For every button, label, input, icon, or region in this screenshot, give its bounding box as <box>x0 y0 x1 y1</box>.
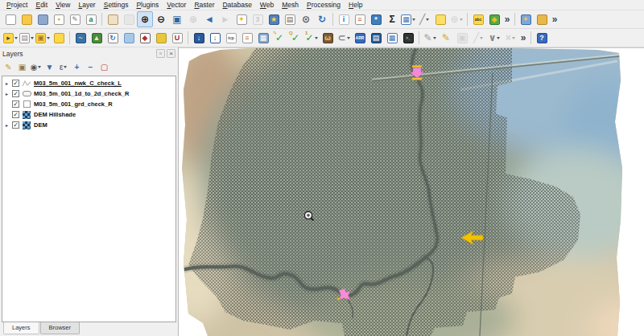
tcp-connection-icon[interactable]: tcp <box>223 30 239 46</box>
expand-arrow-icon[interactable]: ▸ <box>4 122 10 128</box>
import-file-icon[interactable]: ↓ <box>207 30 223 46</box>
console-plugin-icon[interactable]: >_ <box>400 30 416 46</box>
menu-processing[interactable]: Processing <box>303 0 345 10</box>
owl-plugin-icon[interactable]: ω <box>320 30 336 46</box>
layer-item-1[interactable]: ▸✓M03_5m_001_1d_to_2d_check_R <box>2 88 175 99</box>
expand-all-icon[interactable]: + <box>70 60 84 74</box>
select-features-icon[interactable]: ▸ <box>2 30 19 46</box>
new-project-icon[interactable] <box>2 11 19 27</box>
zoom-next-icon[interactable]: ► <box>217 11 233 27</box>
dock-tab-browser[interactable]: Browser <box>40 322 80 334</box>
menu-database[interactable]: Database <box>218 0 255 10</box>
new-3d-map-view-icon[interactable]: 3 <box>250 11 266 27</box>
layer-item-2[interactable]: ✓M03_5m_001_grd_check_R <box>2 99 175 109</box>
filter-expression-icon[interactable]: ε <box>56 60 70 74</box>
filter-legend-icon[interactable]: ▼ <box>43 60 56 74</box>
zoom-full-extent-icon[interactable]: ▣ <box>169 11 185 27</box>
menu-layer[interactable]: Layer <box>74 0 99 10</box>
menu-plugins[interactable]: Plugins <box>132 0 163 10</box>
collapse-all-icon[interactable]: − <box>84 60 97 74</box>
select-by-value-icon[interactable]: ▣ <box>35 30 51 46</box>
legend-add-icon[interactable]: ≡ <box>239 30 255 46</box>
manage-map-themes-icon[interactable]: ◉ <box>29 60 43 74</box>
deselect-features-icon[interactable] <box>51 30 67 46</box>
menu-help[interactable]: Help <box>345 0 366 10</box>
zoom-in-icon[interactable]: ⊕ <box>137 11 153 27</box>
toolbar-overflow-3[interactable]: » <box>518 30 528 46</box>
image-viewer-icon[interactable]: ▦ <box>255 30 271 46</box>
layer-checkbox[interactable]: ✓ <box>12 121 19 129</box>
check-q-icon[interactable]: ✓Q <box>287 30 303 46</box>
layer-checkbox[interactable]: ✓ <box>12 90 19 97</box>
layer-highlight-icon[interactable]: ◆ <box>486 11 502 27</box>
layer-item-0[interactable]: ▸✓M03_5m_001_nwk_C_check_L <box>2 78 175 88</box>
toggle-editing-icon[interactable]: ✎ <box>438 30 454 46</box>
vertex-tool-icon[interactable]: ∨ <box>486 30 502 46</box>
pan-map-icon[interactable] <box>105 11 121 27</box>
open-project-icon[interactable] <box>19 11 35 27</box>
save-edits-icon[interactable]: ▣ <box>454 30 470 46</box>
globe-plugin-icon[interactable]: ↻ <box>105 30 121 46</box>
field-calculator-icon[interactable]: ≡ <box>352 11 368 27</box>
refresh-map-icon[interactable]: ↻ <box>314 11 330 27</box>
measure-icon[interactable]: ╱ <box>416 11 432 27</box>
layer-checkbox[interactable]: ✓ <box>12 100 19 108</box>
zoom-last-icon[interactable]: ◄ <box>201 11 217 27</box>
show-layout-manager-icon[interactable]: ✎ <box>67 11 83 27</box>
map-plugin-icon[interactable] <box>121 30 137 46</box>
snapping-magnet-icon[interactable]: U <box>169 30 185 46</box>
attribute-table-icon[interactable]: ▦ <box>400 11 416 27</box>
dock-tab-layers[interactable]: Layers <box>3 322 39 334</box>
processing-gear-icon[interactable]: * <box>368 11 384 27</box>
delete-selected-icon[interactable]: × <box>502 30 518 46</box>
identify-features-icon[interactable]: i <box>336 11 352 27</box>
zoom-to-selection-icon[interactable]: ⊕ <box>185 11 201 27</box>
toolbar-overflow-2[interactable]: » <box>550 11 559 27</box>
grid-export-icon[interactable]: ▦ <box>384 30 400 46</box>
menu-mesh[interactable]: Mesh <box>278 0 303 10</box>
expand-arrow-icon[interactable]: ▸ <box>4 80 10 86</box>
remove-layer-icon[interactable]: ▢ <box>97 60 111 74</box>
check-files-icon[interactable]: ✓✎ <box>271 30 287 46</box>
menu-project[interactable]: Project <box>2 0 31 10</box>
document-plugin-icon[interactable]: ▤ <box>368 30 384 46</box>
help-icon[interactable]: ? <box>534 30 550 46</box>
temporal-controller-icon[interactable]: ⊙ <box>298 11 314 27</box>
new-print-layout-icon[interactable]: ▪ <box>51 11 67 27</box>
check-1d-icon[interactable]: ✓1 <box>303 30 320 46</box>
shield-plugin-icon[interactable]: ◆ <box>137 30 153 46</box>
arr-plugin-icon[interactable]: ARR <box>352 30 368 46</box>
close-panel-icon[interactable]: × <box>167 49 175 58</box>
add-feature-icon[interactable]: ╱ <box>470 30 486 46</box>
zoom-out-icon[interactable]: ⊖ <box>153 11 169 27</box>
style-manager-icon[interactable]: a <box>83 11 99 27</box>
menu-raster[interactable]: Raster <box>190 0 218 10</box>
layer-checkbox[interactable]: ✓ <box>12 111 19 118</box>
new-spatial-bookmark-icon[interactable]: ★ <box>266 11 282 27</box>
menu-vector[interactable]: Vector <box>163 0 190 10</box>
save-project-icon[interactable] <box>35 11 51 27</box>
cube-plugin-icon[interactable] <box>153 30 169 46</box>
select-by-form-icon[interactable]: ▤ <box>19 30 35 46</box>
zoom-to-feature-icon[interactable]: ⊕ <box>448 11 464 27</box>
layer-item-3[interactable]: ✓DEM Hillshade <box>2 109 175 120</box>
layer-checkbox[interactable]: ✓ <box>12 80 19 87</box>
terrain-plugin-icon[interactable]: ▲ <box>89 30 105 46</box>
menu-view[interactable]: View <box>52 0 74 10</box>
add-group-icon[interactable]: ▣ <box>15 60 29 74</box>
pan-to-selection-icon[interactable] <box>121 11 137 27</box>
label-toolbar-abc-icon[interactable]: abc <box>470 11 486 27</box>
data-source-manager-icon[interactable] <box>534 11 550 27</box>
layer-item-4[interactable]: ▸✓DEM <box>2 120 175 130</box>
add-layer-icon[interactable]: + <box>518 11 534 27</box>
import-download-icon[interactable]: ↓ <box>191 30 207 46</box>
new-map-view-icon[interactable]: + <box>233 11 250 27</box>
attach-icon[interactable]: ⊂ <box>336 30 352 46</box>
current-edits-icon[interactable]: ✎ <box>422 30 438 46</box>
statistical-summary-icon[interactable]: Σ <box>384 11 400 27</box>
map-tips-icon[interactable] <box>432 11 448 27</box>
open-layer-styling-icon[interactable]: ✎ <box>2 60 15 74</box>
show-bookmarks-icon[interactable]: ▤ <box>282 11 298 27</box>
dock-panel-icon[interactable]: ▫ <box>156 49 165 58</box>
map-canvas[interactable] <box>179 48 644 336</box>
